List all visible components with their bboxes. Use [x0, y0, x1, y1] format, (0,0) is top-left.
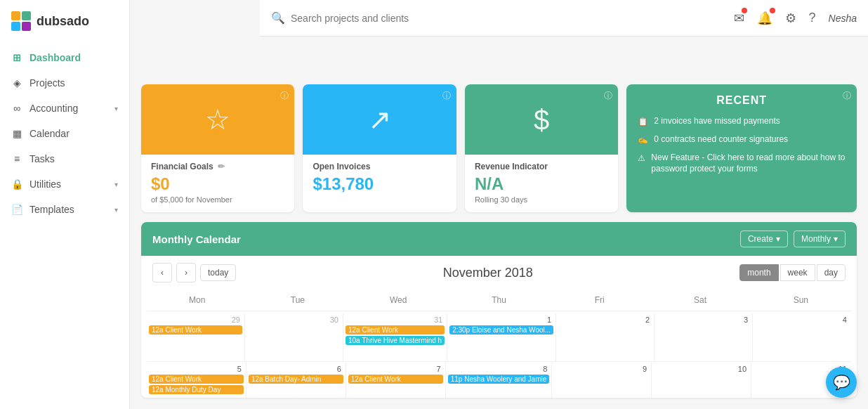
cards-row: ☆ ⓘ Financial Goals ✏ $0 of $5,000 for N…	[141, 84, 857, 212]
mail-button[interactable]: ✉	[734, 11, 744, 26]
calendar-title: Monthly Calendar	[152, 233, 241, 245]
calendar-nav: ‹ › today November 2018 month week day	[141, 256, 857, 290]
event-nesha-8[interactable]: 11p Nesha Woolery and Jamie	[448, 375, 550, 384]
financial-goals-card: ☆ ⓘ Financial Goals ✏ $0 of $5,000 for N…	[141, 84, 294, 212]
financial-card-value: $0	[151, 174, 284, 194]
event-client-work-7[interactable]: 12a Client Work	[348, 375, 443, 384]
revenue-card-subtext: Rolling 30 days	[475, 195, 608, 204]
week-view-button[interactable]: week	[780, 264, 815, 281]
next-month-button[interactable]: ›	[176, 263, 196, 283]
cal-cell-10: 10	[652, 362, 751, 398]
calendar-grid: Mon Tue Wed Thu Fri Sat Sun 29 12a Clien…	[141, 290, 857, 398]
cal-cell-5: 5 12a Client Work 12a Monthly Duty Day	[147, 362, 246, 398]
main-wrapper: 🔍 ✉ 🔔 ⚙ ? Nesha ☆ ⓘ	[130, 0, 868, 409]
chevron-down-icon: ▾	[114, 105, 118, 112]
user-avatar[interactable]: Nesha	[829, 13, 857, 24]
cal-cell-3: 3	[655, 313, 753, 361]
calendar-header: Monthly Calendar Create ▾ Monthly ▾	[141, 222, 857, 256]
cal-days-header: Mon Tue Wed Thu Fri Sat Sun	[147, 290, 851, 311]
day-header-wed: Wed	[348, 292, 449, 308]
info-icon[interactable]: ⓘ	[442, 90, 451, 102]
day-view-button[interactable]: day	[817, 264, 846, 281]
cal-cell-6: 6 12a Batch Day- Admin	[246, 362, 346, 398]
event-monthly-duty-5[interactable]: 12a Monthly Duty Day	[149, 385, 244, 394]
logo: dubsado	[0, 0, 129, 39]
event-client-work-31[interactable]: 12a Client Work	[346, 325, 445, 335]
calendar-week-1: 29 12a Client Work 30 31 12a Client Work…	[147, 313, 851, 362]
cal-cell-1: 1 2:30p Eloise and Nesha Wool...	[447, 313, 556, 361]
cal-nav-left: ‹ › today	[152, 263, 236, 283]
cal-cell-9: 9	[552, 362, 652, 398]
sidebar-item-label: Utilities	[29, 178, 61, 190]
sidebar-item-label: Accounting	[29, 103, 78, 114]
dashboard-icon: ⊞	[11, 52, 22, 63]
sidebar-item-dashboard[interactable]: ⊞ Dashboard	[0, 45, 129, 70]
cal-view-btns: month week day	[739, 264, 846, 281]
star-icon: ☆	[205, 103, 230, 136]
utilities-icon: 🔒	[11, 178, 22, 190]
card-top-invoices: ↗ ⓘ	[303, 84, 456, 155]
prev-month-button[interactable]: ‹	[152, 263, 172, 283]
sidebar-item-label: Projects	[29, 77, 65, 89]
sidebar-item-templates[interactable]: 📄 Templates ▾	[0, 197, 129, 222]
recent-item-1[interactable]: 📋 2 invoices have missed payments	[638, 115, 846, 128]
info-icon[interactable]: ⓘ	[604, 90, 612, 102]
sidebar-item-projects[interactable]: ◈ Projects	[0, 70, 129, 96]
search-input[interactable]	[291, 13, 414, 24]
cal-cell-8: 8 11p Nesha Woolery and Jamie	[446, 362, 553, 398]
chevron-down-icon: ▾	[776, 234, 780, 244]
month-view-button[interactable]: month	[739, 264, 778, 281]
calendar-week-2: 5 12a Client Work 12a Monthly Duty Day 6…	[147, 362, 851, 398]
sidebar-item-accounting[interactable]: ∞ Accounting ▾	[0, 96, 129, 121]
search-icon: 🔍	[271, 11, 285, 25]
event-batch-day-6[interactable]: 12a Batch Day- Admin	[249, 375, 343, 384]
contract-icon: ✍	[638, 134, 648, 146]
event-client-work-5[interactable]: 12a Client Work	[149, 375, 244, 384]
recent-title: RECENT	[638, 94, 846, 107]
card-top-financial: ☆ ⓘ	[141, 84, 294, 155]
financial-card-subtext: of $5,000 for November	[151, 195, 284, 204]
sidebar-item-calendar[interactable]: ▦ Calendar	[0, 121, 129, 146]
help-button[interactable]: ?	[809, 11, 816, 25]
day-header-tue: Tue	[247, 292, 348, 308]
chevron-down-icon: ▾	[114, 206, 118, 214]
invoices-card-value: $13,780	[313, 174, 446, 194]
today-button[interactable]: today	[200, 264, 236, 281]
financial-card-label: Financial Goals ✏	[151, 162, 284, 171]
tasks-icon: ≡	[11, 153, 22, 164]
recent-item-3[interactable]: ⚠ New Feature - Click here to read more …	[638, 152, 846, 176]
sidebar-item-label: Calendar	[29, 128, 70, 139]
event-eloise-nesha-1[interactable]: 2:30p Eloise and Nesha Wool...	[449, 325, 553, 335]
recent-item-2[interactable]: ✍ 0 contracts need counter signatures	[638, 134, 846, 146]
sidebar-item-label: Tasks	[29, 153, 55, 164]
revenue-card-label: Revenue Indicator	[475, 162, 608, 171]
projects-icon: ◈	[11, 77, 22, 89]
logo-text: dubsado	[37, 14, 89, 29]
info-icon[interactable]: ⓘ	[843, 90, 851, 102]
revenue-card-body: Revenue Indicator N/A Rolling 30 days	[465, 155, 618, 212]
day-header-thu: Thu	[449, 292, 549, 308]
accounting-icon: ∞	[11, 103, 22, 114]
svg-rect-2	[11, 22, 20, 31]
event-thrive-hive-31[interactable]: 10a Thrive Hive Mastermind h	[346, 336, 445, 345]
financial-card-body: Financial Goals ✏ $0 of $5,000 for Novem…	[141, 155, 294, 212]
invoices-card-body: Open Invoices $13,780	[303, 155, 456, 204]
chat-button[interactable]: 💬	[826, 367, 857, 398]
info-icon[interactable]: ⓘ	[280, 90, 289, 102]
notification-badge	[770, 8, 775, 13]
sidebar-item-tasks[interactable]: ≡ Tasks	[0, 146, 129, 171]
svg-rect-1	[22, 11, 31, 20]
calendar-section: Monthly Calendar Create ▾ Monthly ▾ ‹ ›	[141, 222, 857, 398]
cal-cell-4: 4	[753, 313, 851, 361]
create-button[interactable]: Create ▾	[740, 231, 788, 247]
edit-icon[interactable]: ✏	[218, 162, 225, 171]
search-area: 🔍	[271, 11, 725, 25]
topbar: 🔍 ✉ 🔔 ⚙ ? Nesha	[260, 0, 868, 37]
sidebar-item-utilities[interactable]: 🔒 Utilities ▾	[0, 171, 129, 197]
event-client-work-29[interactable]: 12a Client Work	[149, 325, 242, 335]
trending-up-icon: ↗	[368, 103, 392, 136]
chevron-down-icon: ▾	[834, 234, 838, 244]
settings-button[interactable]: ⚙	[785, 11, 796, 26]
monthly-button[interactable]: Monthly ▾	[794, 231, 846, 247]
notifications-button[interactable]: 🔔	[757, 11, 772, 26]
